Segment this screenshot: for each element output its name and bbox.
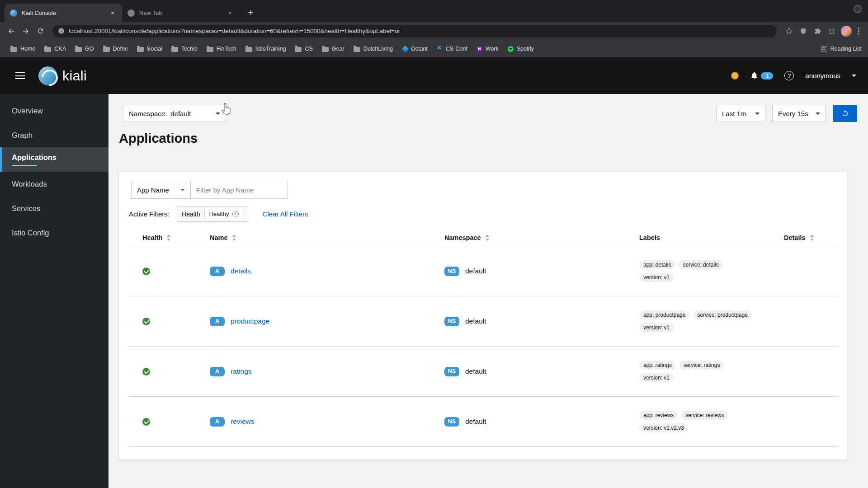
duration-select[interactable]: Last 1m	[716, 105, 765, 122]
namespace-name: default	[465, 317, 486, 325]
new-tab-button[interactable]	[244, 6, 257, 19]
bookmark-item[interactable]: Defne	[99, 44, 132, 54]
browser-tab-strip: Kiali Console New Tab	[0, 0, 868, 22]
bookmark-item[interactable]: Social	[133, 44, 166, 54]
sort-icon[interactable]	[486, 235, 490, 241]
label-chip: app: productpage	[639, 310, 689, 319]
url-bar[interactable]: localhost:20001/kiali/console/applicatio…	[52, 25, 777, 38]
table-header-cell[interactable]: Labels	[639, 234, 784, 241]
filter-input[interactable]	[191, 181, 288, 199]
filter-type-value: App Name	[137, 186, 169, 194]
bookmark-folder-icon	[402, 45, 409, 52]
site-info-icon[interactable]	[58, 28, 65, 34]
url-text[interactable]: localhost:20001/kiali/console/applicatio…	[69, 28, 400, 34]
istio-status-indicator-icon[interactable]	[731, 72, 739, 80]
bookmark-item[interactable]: Spotify	[504, 44, 538, 54]
bookmark-item[interactable]: Gear	[318, 44, 349, 54]
clear-all-filters-link[interactable]: Clear All Filters	[263, 210, 308, 218]
bookmark-item[interactable]: Work	[472, 44, 503, 54]
reload-icon[interactable]	[34, 25, 46, 37]
sidebar-item-label: Applications	[12, 153, 57, 162]
bookmark-item[interactable]: DutchLiving	[349, 44, 397, 54]
forward-icon[interactable]	[20, 25, 32, 37]
health-cell	[142, 267, 210, 275]
help-icon[interactable]	[784, 71, 794, 80]
bookmark-folder-icon	[44, 47, 51, 52]
bookmark-item[interactable]: CS-Conf	[433, 44, 472, 54]
app-badge: A	[210, 417, 225, 427]
bookmark-label: Gear	[332, 46, 344, 52]
refresh-button[interactable]	[833, 105, 857, 122]
namespace-label: Namespace:	[129, 110, 167, 117]
tab-close-icon[interactable]	[226, 9, 234, 17]
table-row: A ratings NS default app: ratings servic…	[128, 347, 838, 397]
app-badge: A	[210, 267, 225, 276]
bookmark-star-icon[interactable]	[783, 25, 795, 37]
app-name-link[interactable]: details	[231, 267, 251, 275]
sidebar-nav-item[interactable]: Workloads	[0, 172, 108, 196]
table-header-cell[interactable]: Namespace	[444, 234, 639, 241]
reading-list-button[interactable]: Reading List	[815, 46, 862, 52]
bookmark-item[interactable]: IstioTraining	[241, 44, 290, 54]
app-name-link[interactable]: reviews	[231, 418, 255, 426]
bookmark-item[interactable]: FinTech	[203, 44, 241, 54]
bookmark-folder-icon	[508, 46, 514, 52]
back-icon[interactable]	[5, 25, 17, 37]
namespace-badge: NS	[444, 317, 459, 326]
bookmark-folder-icon	[322, 47, 329, 52]
shield-extension-icon[interactable]	[797, 25, 809, 37]
side-panel-icon[interactable]	[826, 25, 838, 37]
column-label: Name	[210, 234, 228, 241]
bookmark-label: GO	[85, 46, 94, 52]
bookmark-folder-icon	[295, 47, 302, 52]
namespace-select[interactable]: Namespace: default	[123, 105, 226, 122]
label-chip: version: v1	[639, 273, 674, 282]
refresh-interval-select[interactable]: Every 15s	[772, 105, 826, 122]
label-chip: app: reviews	[639, 411, 678, 420]
bookmark-item[interactable]: GO	[71, 44, 98, 54]
sort-icon[interactable]	[810, 235, 814, 241]
bookmark-item[interactable]: Techie	[167, 44, 202, 54]
table-row: A productpage NS default app: productpag…	[128, 296, 838, 347]
notifications-button[interactable]: 1	[750, 71, 773, 80]
sidebar-nav-item[interactable]: Overview	[0, 99, 108, 123]
sidebar-nav-item[interactable]: Graph	[0, 123, 108, 147]
profile-ring-icon[interactable]	[854, 5, 862, 13]
bookmark-folder-icon	[103, 47, 110, 52]
tab-close-icon[interactable]	[108, 9, 117, 17]
browser-menu-kebab-icon[interactable]	[854, 25, 863, 37]
user-menu-caret-icon[interactable]	[852, 75, 856, 77]
sidebar-nav-item[interactable]: Istio Config	[0, 221, 108, 245]
table-header-cell[interactable]: Health	[142, 234, 210, 241]
sidebar-item-label: Services	[12, 204, 40, 213]
sidebar-nav-item[interactable]: Services	[0, 196, 108, 221]
kiali-masthead: kiali 1 anonymous	[0, 57, 868, 94]
app-name-link[interactable]: productpage	[231, 317, 269, 325]
bookmark-item[interactable]: Octant	[398, 44, 432, 54]
username-label: anonymous	[805, 72, 840, 80]
filter-type-select[interactable]: App Name	[131, 181, 191, 199]
namespace-name: default	[465, 367, 486, 375]
notification-count-badge: 1	[761, 72, 773, 80]
bookmark-item[interactable]: CS	[291, 44, 316, 54]
column-label: Details	[784, 234, 806, 241]
sort-icon[interactable]	[167, 235, 171, 241]
chip-remove-icon[interactable]	[232, 211, 239, 217]
tab-kiali-console[interactable]: Kiali Console	[5, 4, 122, 22]
mouse-cursor	[221, 103, 231, 117]
healthy-filter-chip: Healthy	[204, 209, 243, 219]
extensions-puzzle-icon[interactable]	[812, 25, 824, 37]
table-header-cell[interactable]: Name	[210, 234, 444, 241]
sidebar-nav-item[interactable]: Applications	[0, 147, 108, 172]
bookmark-item[interactable]: Home	[6, 44, 39, 54]
bookmark-label: CS-Conf	[446, 46, 467, 52]
hamburger-menu-icon[interactable]	[15, 72, 25, 79]
bookmark-item[interactable]: CKA	[40, 44, 70, 54]
profile-avatar[interactable]	[841, 26, 852, 37]
sort-icon[interactable]	[232, 235, 236, 241]
app-name-link[interactable]: ratings	[231, 367, 252, 375]
bookmark-label: Techie	[181, 46, 198, 52]
tab-new-tab[interactable]: New Tab	[122, 4, 240, 22]
table-header-cell[interactable]: Details	[784, 234, 838, 241]
kiali-brand[interactable]: kiali	[38, 66, 87, 85]
